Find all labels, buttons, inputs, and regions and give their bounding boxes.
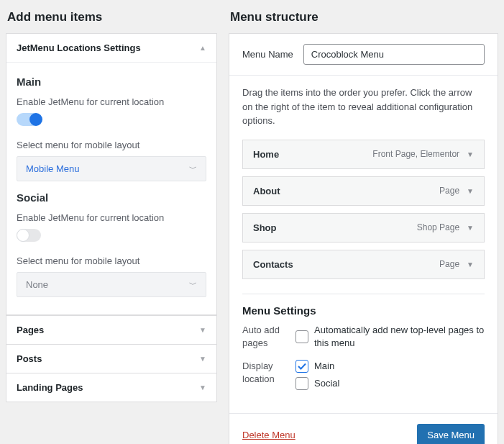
select-label-0: Select menu for mobile layout xyxy=(17,140,206,150)
caret-down-icon[interactable]: ▼ xyxy=(467,224,474,232)
menu-item-type: Shop Page xyxy=(417,222,459,232)
enable-toggle-0[interactable] xyxy=(17,113,41,126)
menu-item[interactable]: About Page ▼ xyxy=(242,176,485,206)
jetmenu-panel: JetMenu Locations Settings ▲ Main Enable… xyxy=(6,33,217,315)
divider xyxy=(242,294,485,294)
menu-item-title: Contacts xyxy=(253,259,439,270)
enable-toggle-1[interactable] xyxy=(17,229,41,242)
menu-name-input[interactable] xyxy=(303,44,485,65)
auto-add-label: Auto add pages xyxy=(242,324,295,350)
location-checkbox[interactable]: Social xyxy=(295,377,485,390)
panel-posts[interactable]: Posts ▼ xyxy=(6,345,216,373)
menu-item-title: About xyxy=(253,186,439,196)
mobile-menu-select-0[interactable]: Mobile Menu ﹀ xyxy=(17,156,206,181)
panel-landing pages[interactable]: Landing Pages ▼ xyxy=(6,373,216,402)
location-label: Social xyxy=(314,377,339,390)
menu-settings-heading: Menu Settings xyxy=(242,304,485,317)
enable-label-0: Enable JetMenu for current location xyxy=(17,96,206,107)
menu-item-type: Front Page, Elementor xyxy=(372,149,459,159)
chevron-down-icon: ﹀ xyxy=(189,279,197,290)
location-heading-0: Main xyxy=(17,76,206,88)
location-checkbox[interactable]: Main xyxy=(295,360,485,373)
location-heading-1: Social xyxy=(17,191,206,204)
menu-name-label: Menu Name xyxy=(242,49,293,60)
select-value-0: Mobile Menu xyxy=(26,163,79,174)
menu-item-title: Home xyxy=(253,149,372,160)
panel-pages[interactable]: Pages ▼ xyxy=(6,316,216,344)
delete-menu-link[interactable]: Delete Menu xyxy=(242,430,295,440)
menu-item-title: Shop xyxy=(253,222,417,233)
jetmenu-panel-toggle[interactable]: JetMenu Locations Settings ▲ xyxy=(6,34,216,62)
menu-item[interactable]: Shop Shop Page ▼ xyxy=(242,213,485,243)
caret-down-icon[interactable]: ▼ xyxy=(467,260,474,268)
instructions-text: Drag the items into the order you prefer… xyxy=(242,86,485,128)
caret-down-icon[interactable]: ▼ xyxy=(467,150,474,158)
menu-structure-heading: Menu structure xyxy=(230,10,498,24)
select-value-1: None xyxy=(26,279,48,290)
auto-add-checkbox[interactable]: Automatically add new top-level pages to… xyxy=(295,324,485,350)
mobile-menu-select-1[interactable]: None ﹀ xyxy=(17,272,206,297)
menu-item[interactable]: Home Front Page, Elementor ▼ xyxy=(242,140,485,169)
chevron-down-icon: ﹀ xyxy=(189,163,197,174)
caret-down-icon: ▼ xyxy=(199,384,206,391)
save-menu-button[interactable]: Save Menu xyxy=(417,424,485,444)
jetmenu-panel-title: JetMenu Locations Settings xyxy=(17,42,141,53)
menu-item-type: Page xyxy=(439,186,459,196)
auto-add-option-text: Automatically add new top-level pages to… xyxy=(314,324,485,350)
enable-label-1: Enable JetMenu for current location xyxy=(17,212,206,223)
caret-up-icon: ▲ xyxy=(199,44,206,52)
display-location-label: Display location xyxy=(242,360,295,386)
menu-item[interactable]: Contacts Page ▼ xyxy=(242,250,485,279)
caret-down-icon: ▼ xyxy=(199,355,206,363)
caret-down-icon: ▼ xyxy=(199,326,206,334)
caret-down-icon[interactable]: ▼ xyxy=(467,187,474,195)
menu-item-type: Page xyxy=(439,259,459,269)
menu-frame: Menu Name Drag the items into the order … xyxy=(229,33,498,444)
location-label: Main xyxy=(314,360,334,373)
select-label-1: Select menu for mobile layout xyxy=(17,255,206,266)
add-items-heading: Add menu items xyxy=(7,10,217,24)
